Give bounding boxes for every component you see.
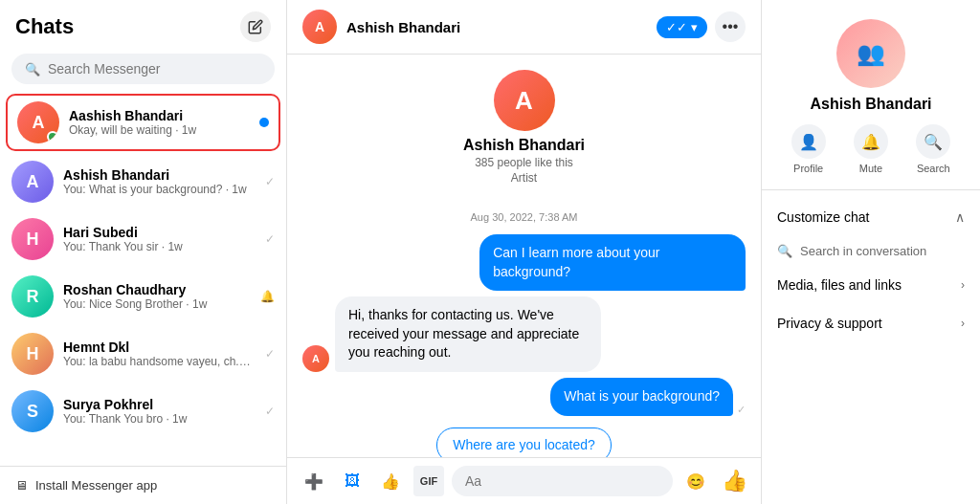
avatar: H (11, 333, 54, 375)
chat-preview: You: Nice Song Brother · 1w (63, 297, 247, 311)
search-conv-label: Search in conversation (800, 244, 926, 258)
search-messenger-box[interactable]: 🔍 (11, 54, 275, 84)
gif-button[interactable]: GIF (413, 466, 444, 496)
chat-info: Aashish Bhandari Okay, will be waiting ·… (69, 108, 250, 137)
chat-info: Hemnt Dkl You: la babu handsome vayeu, c… (63, 340, 252, 368)
message-read-icon: ✓ (737, 404, 746, 416)
date-divider: Aug 30, 2022, 7:38 AM (302, 211, 746, 223)
chevron-down-icon: ▾ (691, 20, 698, 34)
profile-likes: 385 people like this (475, 156, 573, 169)
read-receipt-icon: 🔔 (260, 290, 275, 303)
profile-avatar: A (494, 70, 555, 131)
emoji-button[interactable]: 😊 (680, 466, 711, 496)
privacy-support-item[interactable]: Privacy & support › (762, 304, 980, 342)
image-button[interactable]: 🖼 (337, 466, 368, 496)
read-receipt-icon: ✓ (265, 347, 275, 361)
unread-indicator (259, 118, 269, 127)
messages-area: A Ashish Bhandari 385 people like this A… (287, 55, 761, 457)
thumbsup-button[interactable]: 👍 (375, 466, 406, 496)
header-contact-name: Ashish Bhandari (346, 19, 647, 35)
chat-name: Roshan Chaudhary (63, 282, 247, 297)
message-bubble: Hi, thanks for contacting us. We've rece… (335, 296, 601, 372)
message-row: A Hi, thanks for contacting us. We've re… (302, 296, 746, 372)
chevron-right-icon: › (961, 278, 965, 292)
chat-preview: Okay, will be waiting · 1w (69, 123, 250, 137)
right-profile-section: 👥 Ashish Bhandari 👤 Profile 🔔 Mute 🔍 Sea… (762, 0, 980, 190)
suggestion-bubble[interactable]: Where are you located? (436, 427, 612, 457)
media-files-links-item[interactable]: Media, files and links › (762, 266, 980, 304)
message-row: What is your background? ✓ (302, 378, 746, 416)
header-avatar: A (302, 10, 337, 44)
chat-item-surya[interactable]: S Surya Pokhrel You: Thank You bro · 1w … (0, 383, 286, 440)
mute-label: Mute (859, 163, 882, 174)
chat-header: A Ashish Bhandari ✓✓ ▾ ••• (287, 0, 761, 55)
chat-info: Surya Pokhrel You: Thank You bro · 1w (63, 397, 252, 426)
left-panel: Chats 🔍 A Aashish Bhandari Okay, will be… (0, 0, 287, 504)
message-bubble: Can I learn more about your background? (479, 234, 746, 291)
avatar: H (11, 218, 54, 260)
avatar: R (11, 275, 54, 318)
search-icon: 🔍 (25, 62, 40, 77)
add-button[interactable]: ➕ (299, 466, 329, 496)
chat-item-aashish-active[interactable]: A Aashish Bhandari Okay, will be waiting… (6, 94, 280, 151)
install-messenger-bar[interactable]: 🖥 Install Messenger app (0, 466, 286, 504)
compose-button[interactable] (240, 11, 271, 42)
sender-avatar: A (302, 345, 329, 372)
message-input[interactable] (452, 466, 673, 496)
chat-preview: You: What is your background? · 1w (63, 183, 252, 196)
thumbsup-send-button[interactable]: 👍 (719, 466, 749, 496)
chat-preview: You: Thank You bro · 1w (63, 412, 252, 426)
chat-preview: You: la babu handsome vayeu, ch... · 1w (63, 355, 252, 368)
mute-icon: 🔔 (854, 124, 888, 159)
chat-item-hari[interactable]: H Hari Subedi You: Thank You sir · 1w ✓ (0, 210, 286, 268)
chat-item-roshan[interactable]: R Roshan Chaudhary You: Nice Song Brothe… (0, 268, 286, 325)
install-label: Install Messenger app (35, 478, 157, 493)
read-receipt-icon: ✓ (265, 175, 275, 188)
search-conv-icon: 🔍 (777, 244, 792, 258)
profile-label: Profile (793, 163, 823, 174)
chat-name: Hari Subedi (63, 225, 252, 240)
media-files-links-label: Media, files and links (777, 277, 902, 293)
more-options-button[interactable]: ••• (715, 11, 746, 42)
avatar: A (17, 101, 59, 143)
seen-button[interactable]: ✓✓ ▾ (657, 16, 707, 38)
chat-name: Hemnt Dkl (63, 340, 252, 355)
avatar: S (11, 390, 54, 432)
chat-name: Aashish Bhandari (69, 108, 250, 123)
chat-name: Surya Pokhrel (63, 397, 252, 412)
online-indicator (47, 131, 58, 142)
message-row: Can I learn more about your background? (302, 234, 746, 291)
customize-chat-item[interactable]: Customize chat ∧ (762, 198, 980, 236)
chat-info: Roshan Chaudhary You: Nice Song Brother … (63, 282, 247, 311)
search-label: Search (917, 163, 950, 174)
customize-chat-label: Customize chat (777, 209, 869, 225)
right-contact-name: Ashish Bhandari (810, 96, 931, 113)
suggestions-row: Where are you located? Are you available… (302, 427, 746, 457)
read-receipt-icon: ✓ (265, 232, 275, 246)
search-action[interactable]: 🔍 Search (916, 124, 950, 174)
chat-item-hemnt[interactable]: H Hemnt Dkl You: la babu handsome vayeu,… (0, 325, 286, 383)
right-panel: 👥 Ashish Bhandari 👤 Profile 🔔 Mute 🔍 Sea… (762, 0, 980, 504)
chat-item-ashish[interactable]: A Ashish Bhandari You: What is your back… (0, 153, 286, 210)
chevron-right-icon: › (961, 317, 965, 330)
message-bubble: What is your background? (550, 378, 733, 416)
search-in-conversation-item[interactable]: 🔍 Search in conversation (762, 236, 980, 266)
chat-list: A Aashish Bhandari Okay, will be waiting… (0, 92, 286, 466)
chat-preview: You: Thank You sir · 1w (63, 240, 252, 253)
chat-info: Hari Subedi You: Thank You sir · 1w (63, 225, 252, 253)
read-receipt-icon: ✓ (265, 405, 275, 418)
profile-action[interactable]: 👤 Profile (791, 124, 826, 174)
right-avatar: 👥 (836, 19, 905, 88)
right-actions: 👤 Profile 🔔 Mute 🔍 Search (777, 124, 965, 174)
profile-name: Ashish Bhandari (463, 137, 585, 154)
install-icon: 🖥 (15, 478, 28, 493)
message-input-bar: ➕ 🖼 👍 GIF 😊 👍 (287, 457, 761, 504)
search-messenger-input[interactable] (48, 61, 261, 77)
chats-title: Chats (15, 14, 74, 39)
search-action-icon: 🔍 (916, 124, 950, 159)
mute-action[interactable]: 🔔 Mute (854, 124, 888, 174)
collapse-icon: ∧ (955, 209, 965, 225)
privacy-support-label: Privacy & support (777, 316, 882, 331)
avatar: A (11, 161, 54, 203)
header-actions: ✓✓ ▾ ••• (657, 11, 746, 42)
